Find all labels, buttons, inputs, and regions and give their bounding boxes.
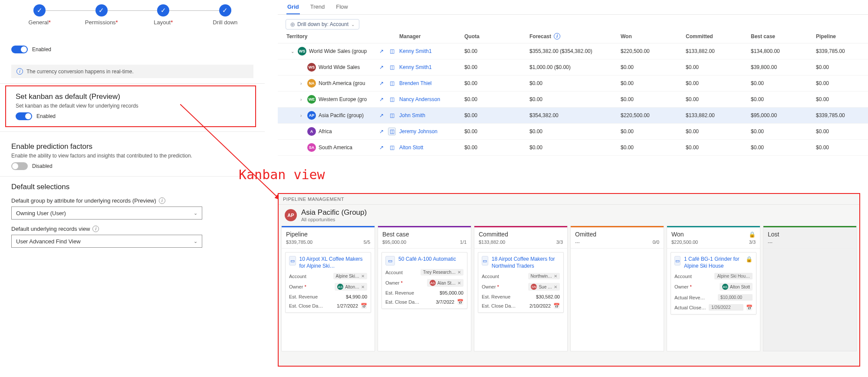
kanban-card[interactable]: ▭18 Airpot Coffee Makers for Northwind T…	[478, 252, 564, 313]
revenue-value: $30,582.00	[536, 294, 560, 299]
chevron-right-icon[interactable]: ›	[300, 113, 305, 118]
wizard-step-drilldown[interactable]: ✓ Drill down	[194, 4, 256, 26]
cell-value: $0.00	[529, 128, 621, 134]
chevron-right-icon[interactable]: ›	[300, 97, 305, 102]
cell-value: $339,785.00	[816, 48, 868, 54]
grid-row[interactable]: ›WEWestern Europe (gro↗◫Nancy Andersson$…	[278, 92, 868, 108]
panel-icon[interactable]: ◫	[388, 111, 396, 119]
card-title: 1 Café BG-1 Grinder for Alpine Ski House	[684, 256, 742, 269]
owner-chip[interactable]: ASAlton…✕	[335, 283, 367, 291]
grid-row[interactable]: SASouth America↗◫Alton Stott$0.00$0.00$0…	[278, 140, 868, 156]
cell-value: $0.00	[686, 96, 751, 102]
kanban-column: Committed$133,882.003/3▭18 Airpot Coffee…	[474, 226, 568, 351]
kanban-card[interactable]: ▭50 Café A-100 AutomaticAccountTrey Rese…	[381, 252, 467, 309]
panel-icon[interactable]: ◫	[388, 47, 396, 55]
account-chip[interactable]: Alpine Ski…✕	[333, 273, 367, 279]
panel-icon[interactable]: ◫	[388, 95, 396, 103]
wizard-step-general[interactable]: ✓ General*	[9, 4, 71, 26]
calendar-icon[interactable]: 📅	[457, 299, 464, 305]
calendar-icon[interactable]: 📅	[361, 303, 367, 309]
grid-row[interactable]: ›NANorth America (grou↗◫Brenden Thiel$0.…	[278, 75, 868, 92]
cell-value: $339,785.00	[816, 112, 868, 118]
account-chip[interactable]: Northwin…✕	[528, 273, 560, 279]
panel-icon[interactable]: ◫	[388, 79, 396, 87]
tab-trend[interactable]: Trend	[309, 3, 326, 14]
cell-value: $0.00	[464, 144, 529, 151]
help-icon[interactable]: i	[92, 226, 99, 232]
remove-icon[interactable]: ✕	[457, 270, 461, 275]
grid-row[interactable]: ›APAsia Pacific (group)↗◫John Smith$0.00…	[278, 108, 868, 124]
manager-link[interactable]: Nancy Andersson	[399, 96, 464, 102]
owner-avatar: AS	[722, 284, 728, 290]
territory-name: World Wide Sales (group	[309, 48, 367, 54]
open-icon[interactable]: ↗	[378, 95, 385, 103]
manager-link[interactable]: Brenden Thiel	[399, 80, 464, 86]
open-icon[interactable]: ↗	[378, 111, 385, 119]
cell-value: $39,800.00	[751, 64, 816, 70]
open-icon[interactable]: ↗	[378, 79, 385, 87]
lock-icon: 🔒	[746, 256, 753, 262]
open-icon[interactable]: ↗	[378, 47, 385, 55]
chevron-down-icon[interactable]: ⌄	[291, 49, 295, 54]
group-by-select[interactable]: Owning User (User) ⌄	[11, 207, 202, 220]
manager-link[interactable]: Jeremy Johnson	[399, 128, 464, 134]
kanban-default-section-highlight: Set kanban as default (Preview) Set kanb…	[5, 85, 256, 127]
cell-value: $0.00	[686, 144, 751, 151]
cell-value: $355,382.00 ($354,382.00)	[529, 48, 621, 54]
date-readonly: 1/26/2022	[709, 304, 743, 311]
owner-chip[interactable]: ASAlton Stott	[720, 283, 753, 291]
kanban-default-toggle[interactable]	[16, 112, 32, 120]
manager-link[interactable]: Alton Stott	[399, 144, 464, 151]
grid-row[interactable]: ⌄WSWorld Wide Sales (group↗◫Kenny Smith1…	[278, 43, 868, 59]
column-amount: $95,000.00	[382, 239, 406, 245]
column-title: Omitted	[575, 231, 596, 238]
territory-name: Africa	[319, 128, 332, 134]
column-amount: $339,785.00	[286, 239, 312, 245]
annotation-label: Kanban view	[239, 167, 325, 182]
cell-value: $0.00	[621, 96, 686, 102]
remove-icon[interactable]: ✕	[457, 281, 461, 285]
account-chip[interactable]: Trey Research…✕	[421, 269, 464, 275]
card-title: 18 Airpot Coffee Makers for Northwind Tr…	[492, 256, 560, 269]
calendar-icon[interactable]: 📅	[553, 303, 560, 309]
help-icon[interactable]: i	[159, 197, 165, 204]
owner-avatar: AS	[430, 280, 436, 286]
grid-row[interactable]: WSWorld Wide Sales↗◫Kenny Smith1$0.00$1,…	[278, 59, 868, 75]
remove-icon[interactable]: ✕	[554, 274, 557, 279]
owner-chip[interactable]: SNSue …✕	[528, 283, 560, 291]
remove-icon[interactable]: ✕	[361, 285, 365, 289]
records-view-select[interactable]: User Advanced Find View ⌄	[11, 235, 202, 248]
chevron-right-icon[interactable]: ›	[300, 81, 305, 86]
open-icon[interactable]: ↗	[378, 63, 385, 71]
tab-grid[interactable]: Grid	[286, 3, 300, 14]
owner-chip[interactable]: ASAlan St…✕	[427, 279, 464, 287]
remove-icon[interactable]: ✕	[361, 274, 365, 279]
manager-link[interactable]: John Smith	[399, 112, 464, 118]
kanban-card[interactable]: ▭10 Airpot XL Coffee Makers for Alpine S…	[285, 252, 371, 313]
opportunity-icon: ▭	[674, 256, 681, 266]
manager-link[interactable]: Kenny Smith1	[399, 48, 464, 54]
remove-icon[interactable]: ✕	[554, 285, 557, 289]
kanban-card[interactable]: ▭1 Café BG-1 Grinder for Alpine Ski Hous…	[671, 252, 756, 315]
cell-value: $134,800.00	[751, 48, 816, 54]
currency-toggle[interactable]	[11, 46, 28, 53]
open-icon[interactable]: ↗	[378, 128, 385, 135]
prediction-toggle[interactable]	[11, 162, 28, 170]
drill-down-dropdown[interactable]: ◎ Drill down by: Account ⌄	[286, 19, 359, 30]
calendar-icon[interactable]: 📅	[746, 305, 753, 311]
panel-icon[interactable]: ◫	[388, 144, 396, 151]
panel-icon[interactable]: ◫	[388, 128, 396, 135]
column-title: Pipeline	[286, 231, 308, 238]
wizard-step-permissions[interactable]: ✓ Permissions*	[71, 4, 133, 26]
wizard-step-layout[interactable]: ✓ Layout*	[132, 4, 194, 26]
tab-flow[interactable]: Flow	[335, 3, 349, 14]
info-icon[interactable]: i	[554, 33, 560, 39]
cell-value: $0.00	[464, 96, 529, 102]
grid-row[interactable]: AAfrica↗◫Jeremy Johnson$0.00$0.00$0.00$0…	[278, 124, 868, 140]
cell-value: $220,500.00	[621, 48, 686, 54]
open-icon[interactable]: ↗	[378, 144, 385, 151]
panel-icon[interactable]: ◫	[388, 63, 396, 71]
wizard-steps: ✓ General* ✓ Permissions* ✓ Layout* ✓ Dr…	[0, 0, 265, 29]
manager-link[interactable]: Kenny Smith1	[399, 64, 464, 70]
owner-avatar: SN	[531, 284, 537, 290]
